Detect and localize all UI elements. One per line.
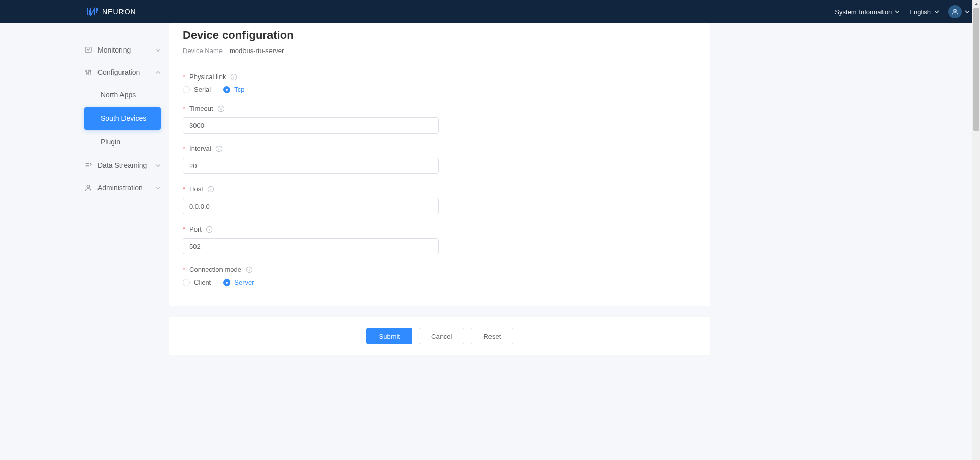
required-star: *: [183, 266, 185, 273]
svg-point-4: [90, 70, 91, 72]
sidebar-item-plugin[interactable]: Plugin: [84, 131, 161, 153]
sidebar-label: Data Streaming: [97, 161, 150, 169]
svg-point-2: [86, 71, 87, 72]
sidebar-label: Configuration: [97, 68, 150, 76]
radio-label: Server: [234, 278, 254, 286]
form-group-port: * Port: [183, 225, 619, 254]
required-star: *: [183, 225, 185, 233]
chevron-up-icon: [155, 70, 161, 75]
radio-server[interactable]: Server: [223, 278, 254, 286]
radio-client[interactable]: Client: [183, 278, 211, 286]
chevron-down-icon: [934, 9, 939, 14]
sidebar-item-configuration[interactable]: Configuration: [84, 61, 161, 84]
main-content: Device configuration Device Name modbus-…: [169, 23, 710, 460]
svg-point-3: [88, 73, 89, 74]
form-group-host: * Host: [183, 185, 619, 214]
radio-icon: [183, 279, 190, 286]
device-name-value: modbus-rtu-server: [230, 47, 284, 55]
page-title: Device configuration: [183, 29, 619, 47]
monitoring-icon: [84, 46, 92, 54]
brand-logo[interactable]: NEURON: [87, 7, 136, 16]
system-info-menu[interactable]: System Information: [835, 8, 900, 16]
physical-link-label: Physical link: [189, 73, 226, 81]
chevron-down-icon: [155, 185, 161, 191]
cancel-button[interactable]: Cancel: [419, 328, 464, 344]
chevron-down-icon: [965, 9, 970, 14]
language-label: English: [909, 8, 931, 16]
sidebar-label: Plugin: [101, 138, 120, 146]
info-icon[interactable]: [246, 266, 253, 273]
required-star: *: [183, 105, 185, 112]
scroll-thumb[interactable]: [973, 8, 979, 131]
svg-point-0: [954, 9, 957, 12]
user-icon: [948, 5, 962, 18]
reset-button[interactable]: Reset: [471, 328, 513, 344]
radio-tcp[interactable]: Tcp: [223, 86, 244, 93]
radio-label: Client: [194, 278, 211, 286]
radio-icon: [223, 86, 230, 93]
info-icon[interactable]: [206, 226, 213, 233]
data-streaming-icon: [84, 161, 92, 169]
radio-icon: [183, 86, 190, 93]
form-group-interval: * Interval: [183, 145, 619, 174]
required-star: *: [183, 185, 185, 193]
chevron-down-icon: [895, 9, 900, 14]
radio-label: Serial: [194, 86, 211, 93]
footer-actions: Submit Cancel Reset: [169, 317, 710, 355]
sidebar-item-administration[interactable]: Administration: [84, 176, 161, 199]
topbar: NEURON System Information English: [0, 0, 980, 23]
submit-button[interactable]: Submit: [366, 328, 412, 344]
radio-icon: [223, 279, 230, 286]
sidebar-label: Administration: [97, 184, 150, 192]
port-input[interactable]: [183, 238, 439, 254]
connection-mode-label: Connection mode: [189, 266, 241, 273]
sidebar-item-south-devices[interactable]: South Devices: [84, 107, 161, 130]
required-star: *: [183, 73, 185, 81]
brand-text: NEURON: [102, 8, 136, 16]
form-group-timeout: * Timeout: [183, 105, 619, 134]
info-icon[interactable]: [217, 105, 225, 112]
info-icon[interactable]: [207, 186, 214, 193]
brand-icon: [87, 7, 98, 16]
radio-serial[interactable]: Serial: [183, 86, 211, 93]
sidebar-label: Monitoring: [97, 46, 150, 54]
sidebar-label: South Devices: [101, 114, 146, 122]
topbar-right: System Information English: [835, 5, 970, 18]
device-name-label: Device Name: [183, 47, 223, 55]
info-icon[interactable]: [230, 73, 237, 81]
sidebar-item-monitoring[interactable]: Monitoring: [84, 39, 161, 61]
sidebar-item-data-streaming[interactable]: Data Streaming: [84, 154, 161, 176]
radio-label: Tcp: [234, 86, 244, 93]
form-group-physical-link: * Physical link Serial Tcp: [183, 73, 619, 93]
info-icon[interactable]: [215, 145, 223, 152]
sidebar-item-north-apps[interactable]: North Apps: [84, 84, 161, 106]
user-menu[interactable]: [948, 5, 970, 18]
scroll-up-button[interactable]: [972, 0, 980, 8]
sidebar-label: North Apps: [101, 91, 136, 99]
interval-label: Interval: [189, 145, 211, 152]
interval-input[interactable]: [183, 158, 439, 174]
sidebar: Monitoring Configuration: [0, 23, 169, 460]
required-star: *: [183, 145, 185, 152]
timeout-label: Timeout: [189, 105, 213, 112]
administration-icon: [84, 184, 92, 192]
system-info-label: System Information: [835, 8, 892, 16]
configuration-icon: [84, 68, 92, 76]
chevron-down-icon: [155, 163, 161, 168]
host-input[interactable]: [183, 198, 439, 214]
chevron-down-icon: [155, 47, 161, 53]
timeout-input[interactable]: [183, 117, 439, 134]
svg-point-5: [87, 185, 89, 188]
language-menu[interactable]: English: [909, 8, 939, 16]
scrollbar[interactable]: [972, 0, 980, 460]
form-group-connection-mode: * Connection mode Client Ser: [183, 266, 619, 286]
host-label: Host: [189, 185, 203, 193]
port-label: Port: [189, 225, 202, 233]
